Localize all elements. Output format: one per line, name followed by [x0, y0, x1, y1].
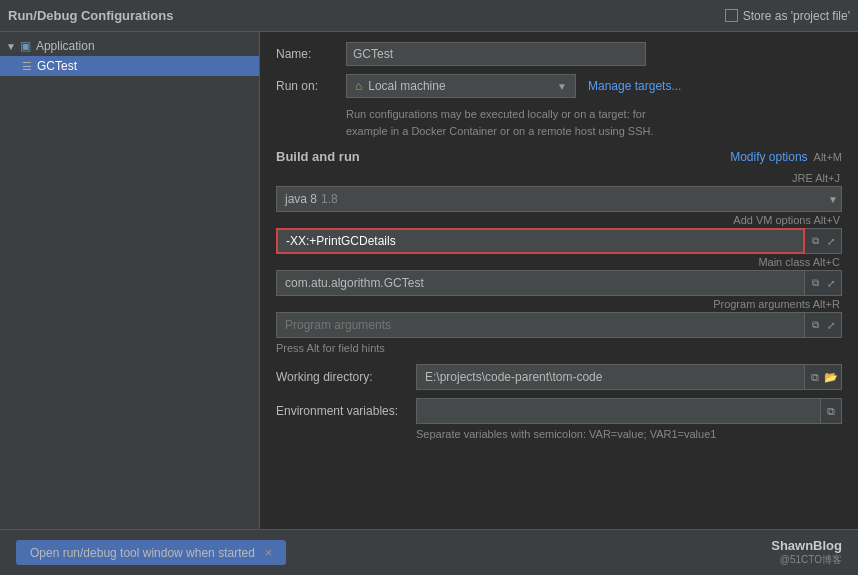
sidebar-group-label: Application [36, 39, 95, 53]
vm-copy-icon[interactable]: ⧉ [808, 234, 822, 248]
store-project-file-area[interactable]: Store as 'project file' [725, 9, 850, 23]
manage-targets-link[interactable]: Manage targets... [588, 79, 681, 93]
group-arrow-icon: ▼ [6, 41, 16, 52]
env-vars-row: Environment variables: ⧉ [276, 398, 842, 424]
item-file-icon: ☰ [22, 60, 32, 73]
watermark-site: @51CTO博客 [780, 553, 842, 567]
main-class-row: ⧉ ⤢ [276, 270, 842, 296]
prog-args-icons: ⧉ ⤢ [805, 312, 842, 338]
wd-folder-icon[interactable]: 📂 [824, 370, 838, 384]
java-sdk-row[interactable]: java 8 1.8 ▼ [276, 186, 842, 212]
name-row: Name: [276, 42, 842, 66]
working-dir-row: Working directory: ⧉ 📂 [276, 364, 842, 390]
working-dir-icons: ⧉ 📂 [805, 364, 842, 390]
java-version: java 8 [285, 192, 317, 206]
main-copy-icon[interactable]: ⧉ [808, 276, 822, 290]
run-on-label: Run on: [276, 79, 346, 93]
modify-options-shortcut: Alt+M [814, 151, 842, 163]
vm-options-icons: ⧉ ⤢ [805, 228, 842, 254]
watermark: ShawnBlog @51CTO博客 [771, 538, 842, 567]
wd-copy-icon[interactable]: ⧉ [808, 370, 822, 384]
modify-options-link[interactable]: Modify options [730, 150, 807, 164]
program-args-row: ⧉ ⤢ [276, 312, 842, 338]
working-dir-input[interactable] [416, 364, 805, 390]
env-vars-label: Environment variables: [276, 404, 416, 418]
watermark-brand: ShawnBlog [771, 538, 842, 553]
dropdown-arrow-icon: ▼ [557, 81, 567, 92]
working-dir-label: Working directory: [276, 370, 416, 384]
name-label: Name: [276, 47, 346, 61]
args-copy-icon[interactable]: ⧉ [808, 318, 822, 332]
main-class-hint: Main class Alt+C [276, 256, 842, 268]
name-input[interactable] [346, 42, 646, 66]
open-run-button[interactable]: Open run/debug tool window when started … [16, 540, 286, 565]
application-icon: ▣ [20, 39, 31, 53]
description-text: Run configurations may be executed local… [346, 106, 842, 139]
vm-options-row: ⧉ ⤢ [276, 228, 842, 254]
run-on-value: Local machine [368, 79, 445, 93]
sidebar-item-gctest[interactable]: ☰ GCTest [0, 56, 259, 76]
open-run-close-icon[interactable]: × [265, 545, 273, 560]
java-sdk-field[interactable]: java 8 1.8 [276, 186, 842, 212]
main-layout: ▼ ▣ Application ☰ GCTest Name: Run on: ⌂… [0, 32, 858, 529]
open-run-label: Open run/debug tool window when started [30, 546, 255, 560]
content-panel: Name: Run on: ⌂ Local machine ▼ Manage t… [260, 32, 858, 529]
env-vars-icons: ⧉ [821, 398, 842, 424]
jre-hint: JRE Alt+J [276, 172, 842, 184]
vm-expand-icon[interactable]: ⤢ [824, 234, 838, 248]
build-run-title: Build and run [276, 149, 360, 164]
run-on-dropdown[interactable]: ⌂ Local machine ▼ [346, 74, 576, 98]
prog-args-hint: Program arguments Alt+R [276, 298, 842, 310]
add-vm-hint: Add VM options Alt+V [276, 214, 842, 226]
build-run-header: Build and run Modify options Alt+M [276, 149, 842, 164]
main-class-icons: ⧉ ⤢ [805, 270, 842, 296]
store-project-file-label: Store as 'project file' [743, 9, 850, 23]
alt-hint: Press Alt for field hints [276, 342, 842, 354]
java-sdk: 1.8 [321, 192, 338, 206]
sidebar: ▼ ▣ Application ☰ GCTest [0, 32, 260, 529]
bottom-toolbar: Open run/debug tool window when started … [0, 529, 858, 575]
dialog-title: Run/Debug Configurations [8, 8, 173, 23]
env-vars-input[interactable] [416, 398, 821, 424]
main-expand-icon[interactable]: ⤢ [824, 276, 838, 290]
sidebar-group-application[interactable]: ▼ ▣ Application [0, 36, 259, 56]
env-copy-icon[interactable]: ⧉ [824, 404, 838, 418]
java-dropdown-arrow-icon: ▼ [828, 194, 838, 205]
run-on-row: Run on: ⌂ Local machine ▼ Manage targets… [276, 74, 842, 98]
sidebar-item-label: GCTest [37, 59, 77, 73]
program-args-input[interactable] [276, 312, 805, 338]
title-bar: Run/Debug Configurations Store as 'proje… [0, 0, 858, 32]
store-project-file-checkbox[interactable] [725, 9, 738, 22]
home-icon: ⌂ [355, 79, 362, 93]
main-class-input[interactable] [276, 270, 805, 296]
env-sep-hint: Separate variables with semicolon: VAR=v… [416, 428, 842, 440]
working-dir-input-wrap: ⧉ 📂 [416, 364, 842, 390]
env-vars-input-wrap: ⧉ [416, 398, 842, 424]
vm-options-input[interactable] [276, 228, 805, 254]
args-expand-icon[interactable]: ⤢ [824, 318, 838, 332]
